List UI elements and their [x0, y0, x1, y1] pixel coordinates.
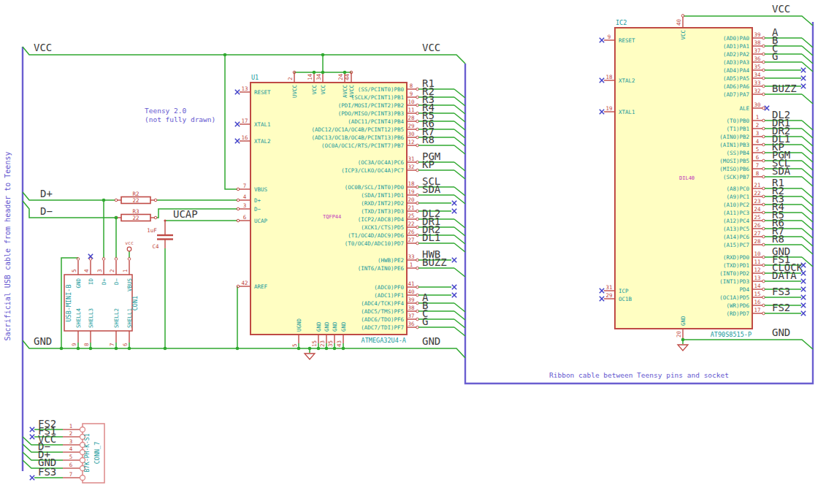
pin-name: (OC0B/SCL/INT0)PD0 [345, 184, 405, 191]
pin-name: (ADC4/TCK)PF4 [361, 300, 404, 307]
pin-number: 1 [410, 261, 413, 268]
pin-terminal [102, 258, 105, 261]
net-label: SDA [772, 165, 791, 177]
bus-entry [802, 121, 813, 130]
pin-name: (A8)PC0 [726, 186, 749, 192]
pin-number: 20 [676, 330, 682, 337]
component-ref: IC2 [616, 19, 627, 26]
no-connect-icon [600, 38, 604, 42]
pin-name: (AIN0)PB2 [719, 134, 749, 140]
pin-terminal [416, 120, 419, 123]
bus-entry [454, 243, 465, 252]
pin-number: 10 [408, 99, 415, 105]
schematic-drawing: 8(SS/PCINT0)PB0R19(SCLK/PCINT1)PB1R210(P… [0, 0, 826, 504]
pin-number: 36 [754, 56, 761, 62]
no-connect-icon [801, 287, 806, 291]
component-value: ATMEGA32U4-A [362, 337, 406, 344]
pin-number: 31 [408, 156, 414, 162]
pin-terminal [416, 218, 419, 221]
pin-number: 7 [756, 162, 760, 169]
pin-number: 5 [69, 454, 73, 460]
pin-terminal [416, 286, 419, 289]
net-label: D+ [40, 188, 53, 199]
bus-entry [454, 162, 465, 171]
bus-entry [802, 137, 813, 146]
pin-number: 26 [754, 222, 761, 229]
no-connect-icon [600, 297, 604, 301]
pin-name: (AD6)PA6 [723, 83, 750, 90]
bus-entry [802, 94, 813, 104]
pin-number: 3 [756, 130, 760, 137]
pin-name: GND [324, 321, 330, 332]
pin-name: XTAL1 [254, 121, 271, 128]
net-label: BUZZ [772, 83, 797, 94]
ic2-gnd-wire [683, 340, 813, 349]
no-connect-icon [30, 435, 34, 439]
no-connect-icon [452, 293, 456, 297]
pin-name: (A11)PC3 [723, 210, 749, 216]
no-connect-icon [235, 139, 240, 143]
pin-number: 3 [69, 438, 73, 445]
pin-terminal [416, 234, 419, 237]
net-label: GND [772, 327, 790, 338]
no-connect-icon [801, 303, 806, 308]
net-label: FS3 [38, 466, 56, 478]
pin-terminal [416, 242, 419, 245]
ground-symbol [678, 345, 688, 351]
bus-entry [454, 227, 465, 236]
component-value: 22 [132, 215, 139, 221]
pin-name: (MISO)PB6 [719, 166, 749, 172]
pin-name: (ICP3/CLKO/OC4A)PC7 [341, 167, 404, 174]
no-connect-icon [452, 209, 456, 213]
pin-number: 14 [307, 73, 313, 80]
dminus-entry [23, 201, 115, 218]
pin-terminal [416, 310, 419, 313]
net-label: KP [422, 159, 435, 170]
pin-terminal [416, 194, 419, 196]
pin-terminal [762, 151, 765, 154]
pin-number: 39 [408, 297, 414, 303]
pin-number: 6 [122, 343, 129, 346]
pin-number: 2 [109, 269, 115, 272]
pin-terminal [762, 107, 765, 110]
pin-number: 11 [408, 107, 414, 113]
pin-name: (WR)PD6 [726, 302, 749, 309]
pin-number: 34 [754, 72, 761, 78]
pin-name: (INT0)PD2 [719, 270, 749, 277]
pin-name: VCC [680, 30, 687, 40]
bus-entry [802, 161, 813, 170]
pin-name: AREF [254, 283, 268, 290]
pin-number: 29 [605, 292, 612, 299]
no-connect-icon [801, 311, 806, 316]
junction-dot [89, 347, 93, 351]
pin-name: VCC [311, 85, 318, 95]
bus-entry [802, 177, 813, 186]
bus-entry [454, 303, 465, 312]
pin-name: VBUS [254, 186, 268, 193]
pin-number: 4 [83, 269, 90, 272]
net-label: DL1 [422, 232, 440, 243]
bus-entry [802, 188, 813, 198]
junction-dot [115, 347, 118, 351]
pin-name: XTAL1 [619, 109, 635, 115]
pin-number: 21 [408, 205, 414, 211]
component-value: B7K-PH-K-S1 [84, 433, 91, 472]
pin-terminal [762, 243, 765, 246]
ic2-vcc-wire [684, 16, 813, 26]
net-label: G [422, 316, 428, 327]
pin-name: VCC [320, 85, 326, 95]
pin-name: (RXD/INT2)PD2 [361, 200, 404, 207]
pin-name: GND [332, 321, 338, 332]
net-label: G [772, 50, 778, 62]
pin-terminal [416, 104, 419, 107]
pin-name: (ADC5/TMS)PF5 [361, 308, 404, 315]
pin-name: XTAL2 [619, 77, 635, 84]
junction-dot [313, 71, 316, 75]
pin-name: SHELL4 [75, 308, 82, 328]
pin-terminal [762, 167, 765, 170]
pin-number: 30 [754, 102, 761, 108]
pin-name: ICP [619, 288, 629, 294]
component-ref: U1 [251, 74, 259, 81]
pin-name: (SS)PB4 [726, 150, 749, 156]
pin-terminal [416, 136, 419, 139]
